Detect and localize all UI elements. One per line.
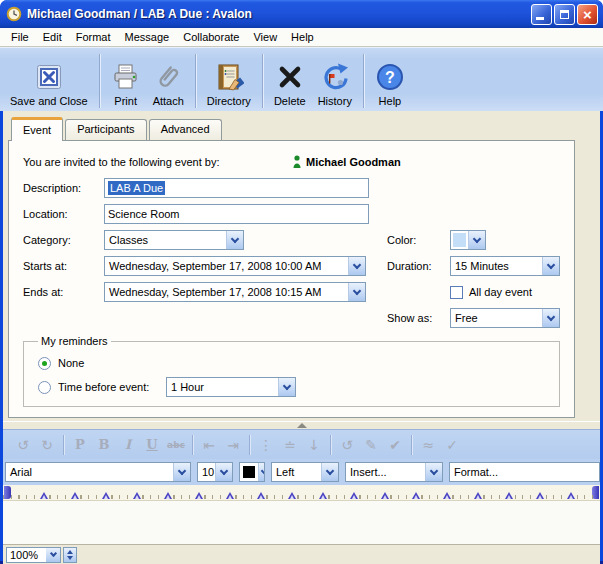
font-color-select[interactable]: [239, 462, 265, 482]
duration-label: Duration:: [387, 260, 450, 272]
location-input[interactable]: Science Room: [104, 204, 369, 224]
tab-stop-marker[interactable]: [288, 492, 296, 499]
reminder-time-radio[interactable]: [38, 381, 51, 394]
tab-stop-marker[interactable]: [164, 492, 172, 499]
tab-stop-marker[interactable]: [133, 492, 141, 499]
chevron-down-icon: [321, 463, 338, 481]
reminder-time-row: Time before event: 1 Hour: [38, 375, 549, 399]
toolbar-separator: [363, 54, 364, 108]
format-toolbar: ↺ ↻ P B I U abc ⇤ ⇥ ⋮ ≐ ↓ ↺ ✎ ✔ ≈ ✓: [3, 429, 600, 459]
menubar: File Edit Format Message Collaborate Vie…: [0, 28, 603, 47]
tab-stop-marker[interactable]: [40, 492, 48, 499]
format-select[interactable]: Format...: [449, 462, 600, 482]
align-select[interactable]: Left: [271, 462, 339, 482]
attach-button[interactable]: Attach: [147, 53, 190, 109]
description-row: Description: LAB A Due: [23, 177, 560, 199]
tab-stop-marker[interactable]: [319, 492, 327, 499]
help-button[interactable]: ? Help: [369, 53, 411, 109]
menu-message[interactable]: Message: [118, 29, 177, 45]
reminder-time-select[interactable]: 1 Hour: [166, 377, 296, 397]
toolbar-separator: [99, 54, 100, 108]
duration-select[interactable]: 15 Minutes: [450, 256, 560, 276]
tab-advanced[interactable]: Advanced: [149, 119, 222, 140]
tab-participants[interactable]: Participants: [65, 119, 146, 140]
tab-stop-marker[interactable]: [195, 492, 203, 499]
strikethrough-icon: abc: [164, 440, 188, 450]
category-select[interactable]: Classes: [104, 230, 244, 250]
tab-stop-marker[interactable]: [536, 492, 544, 499]
menu-collaborate[interactable]: Collaborate: [176, 29, 246, 45]
reminder-none-radio[interactable]: [38, 357, 51, 370]
starts-row: Starts at: Wednesday, September 17, 2008…: [23, 255, 560, 277]
titlebar[interactable]: Michael Goodman / LAB A Due : Avalon ×: [0, 0, 603, 28]
font-family-select[interactable]: Arial: [5, 462, 191, 482]
tab-stop-marker[interactable]: [381, 492, 389, 499]
delete-icon: [275, 60, 305, 94]
invite-row: You are invited to the following event b…: [23, 151, 560, 173]
underline-icon: U: [140, 437, 164, 452]
history-button[interactable]: History: [312, 53, 358, 109]
menu-file[interactable]: File: [4, 29, 36, 45]
font-color-swatch: [243, 466, 255, 478]
reminder-none-row: None: [38, 351, 549, 375]
starts-select[interactable]: Wednesday, September 17, 2008 10:00 AM: [104, 256, 366, 276]
tab-stop-marker[interactable]: [443, 492, 451, 499]
main-toolbar: Save and Close Print Attach Directory: [0, 47, 603, 111]
color-select[interactable]: [450, 230, 486, 250]
zoom-dropdown-button[interactable]: [46, 547, 61, 563]
window-title: Michael Goodman / LAB A Due : Avalon: [27, 7, 531, 21]
outdent-icon: ⇤: [197, 437, 221, 453]
all-day-checkbox[interactable]: [450, 286, 463, 299]
color-label: Color:: [387, 234, 450, 246]
zoom-value[interactable]: 100%: [6, 547, 46, 563]
statusbar: 100%: [3, 544, 600, 564]
approve-icon: ✔: [383, 437, 407, 453]
category-row: Category: Classes Color:: [23, 229, 560, 251]
tab-stop-marker[interactable]: [102, 492, 110, 499]
maximize-button[interactable]: [554, 4, 575, 25]
tab-stop-marker[interactable]: [505, 492, 513, 499]
indent-icon: ⇥: [221, 437, 245, 453]
zoom-spinner[interactable]: [63, 547, 77, 563]
delete-button[interactable]: Delete: [268, 53, 312, 109]
spellcheck-icon: ✓: [440, 437, 464, 453]
tab-event[interactable]: Event: [11, 117, 63, 141]
redo-icon: ↻: [35, 437, 59, 453]
menu-edit[interactable]: Edit: [36, 29, 69, 45]
insert-down-icon: ↓: [302, 437, 326, 453]
save-close-icon: [34, 60, 64, 94]
reminder-none-label: None: [58, 357, 84, 369]
ruler[interactable]: [3, 485, 600, 501]
chevron-down-icon: [258, 463, 265, 481]
toolbar-separator: [195, 54, 196, 108]
tab-stop-marker[interactable]: [567, 492, 575, 499]
menu-view[interactable]: View: [246, 29, 284, 45]
tab-stop-marker[interactable]: [257, 492, 265, 499]
organizer-name: Michael Goodman: [306, 156, 401, 168]
chevron-down-icon: [226, 231, 243, 249]
show-as-select[interactable]: Free: [450, 308, 560, 328]
tab-stop-marker[interactable]: [350, 492, 358, 499]
insert-select[interactable]: Insert...: [345, 462, 443, 482]
print-button[interactable]: Print: [105, 53, 147, 109]
tab-stop-marker[interactable]: [474, 492, 482, 499]
splitter-handle[interactable]: [3, 421, 600, 429]
chevron-down-icon: [348, 283, 365, 301]
minimize-button[interactable]: [531, 4, 552, 25]
description-input[interactable]: LAB A Due: [104, 178, 369, 198]
tab-stop-marker[interactable]: [226, 492, 234, 499]
tab-stop-marker[interactable]: [71, 492, 79, 499]
save-and-close-button[interactable]: Save and Close: [4, 53, 94, 109]
font-size-select[interactable]: 10: [197, 462, 233, 482]
tab-stop-marker[interactable]: [412, 492, 420, 499]
splitter-collapse-icon: [297, 423, 307, 428]
directory-button[interactable]: Directory: [201, 53, 257, 109]
menu-help[interactable]: Help: [284, 29, 321, 45]
ends-select[interactable]: Wednesday, September 17, 2008 10:15 AM: [104, 282, 366, 302]
spin-down-icon: [67, 556, 73, 560]
show-as-row: Show as: Free: [23, 307, 560, 329]
spin-up-icon: [67, 550, 73, 554]
close-button[interactable]: ×: [577, 4, 598, 25]
menu-format[interactable]: Format: [69, 29, 118, 45]
message-body[interactable]: [3, 501, 600, 544]
